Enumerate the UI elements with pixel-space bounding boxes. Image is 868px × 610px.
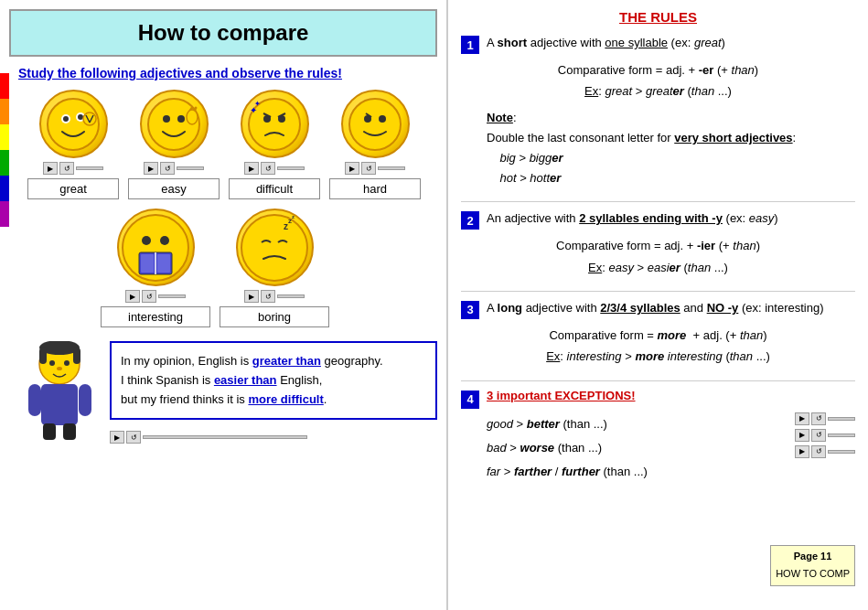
reset-btn-hard[interactable]: ↺ — [361, 162, 376, 175]
adjectives-row-2: ▶ ↺ interesting z — [101, 209, 437, 327]
reset-btn-exc1[interactable]: ↺ — [811, 412, 826, 425]
media-controls-hard: ▶ ↺ — [345, 162, 405, 175]
rule-num-2: 2 — [461, 211, 479, 230]
play-btn-hard[interactable]: ▶ — [345, 162, 359, 175]
reset-btn-easy[interactable]: ↺ — [160, 162, 175, 175]
reset-btn-interesting[interactable]: ↺ — [142, 290, 156, 303]
emoji-interesting — [117, 209, 195, 286]
play-btn-easy[interactable]: ▶ — [144, 162, 158, 175]
speech-line3-link: more difficult — [248, 392, 323, 406]
long-bold: long — [498, 301, 522, 315]
rule-2-compform: Comparative form = adj. + -ier (+ than) — [461, 235, 855, 256]
tooltip-line1: Page 11 — [776, 548, 850, 566]
rule-block-1: 1 A short adjective with one syllable (e… — [461, 34, 855, 188]
svg-text:z: z — [292, 214, 295, 219]
234syllables-underline: 2/3/4 syllables — [600, 301, 680, 315]
svg-point-25 — [160, 236, 169, 245]
exception-controls-2: ▶ ↺ — [795, 429, 855, 442]
speech-line3-post: . — [324, 392, 327, 406]
play-btn-exc3[interactable]: ▶ — [795, 445, 809, 458]
adj-item-easy: ▶ ↺ easy — [128, 90, 220, 199]
page-title: How to compare — [9, 9, 437, 57]
reset-btn-exc2[interactable]: ↺ — [811, 429, 826, 442]
color-tab-green[interactable] — [0, 150, 9, 176]
exceptions-media-controls: ▶ ↺ ▶ ↺ ▶ ↺ — [795, 412, 855, 458]
play-btn-boring[interactable]: ▶ — [244, 290, 259, 303]
easy-italic: easy — [749, 211, 774, 225]
play-btn-exc1[interactable]: ▶ — [795, 412, 809, 425]
svg-rect-45 — [63, 423, 76, 440]
adj-item-great: ▶ ↺ great — [27, 90, 119, 199]
svg-point-7 — [163, 115, 170, 123]
rule-3-ex: Ex: interesting > more interesting (than… — [461, 346, 855, 367]
person-illustration — [18, 341, 101, 442]
great-italic: great — [694, 36, 722, 49]
tooltip-line2: HOW TO COMP — [776, 565, 850, 583]
media-controls-difficult: ▶ ↺ — [244, 162, 305, 175]
emoji-great — [39, 90, 108, 158]
media-bar-exc2 — [828, 433, 855, 437]
adj-item-boring: z z z ▶ ↺ boring — [220, 209, 329, 327]
study-instruction[interactable]: Study the following adjectives and obser… — [18, 66, 437, 80]
svg-point-19 — [349, 99, 401, 150]
rule-2-text: An adjective with 2 syllables ending wit… — [487, 209, 778, 229]
media-controls-easy: ▶ ↺ — [144, 162, 204, 175]
play-btn-exc2[interactable]: ▶ — [795, 429, 809, 442]
exception-controls-1: ▶ ↺ — [795, 412, 855, 425]
color-tab-orange[interactable] — [0, 99, 9, 124]
media-bar-easy — [177, 166, 204, 170]
play-btn-interesting[interactable]: ▶ — [125, 290, 140, 303]
speech-line1-link: greater than — [252, 354, 321, 368]
reset-btn-great[interactable]: ↺ — [59, 162, 74, 175]
color-tab-yellow[interactable] — [0, 124, 9, 150]
svg-point-5 — [83, 112, 96, 125]
speech-line1-post: geography. — [321, 354, 383, 368]
media-bar-exc3 — [828, 450, 855, 454]
color-tab-blue[interactable] — [0, 176, 9, 201]
no-y-underline: NO -y — [707, 301, 739, 315]
speech-box: In my opinion, English is greater than g… — [110, 341, 437, 420]
rule-3-text: A long adjective with 2/3/4 syllables an… — [487, 299, 824, 318]
rule-4-title: 3 important EXCEPTIONS! — [487, 389, 636, 402]
media-controls-boring: ▶ ↺ — [244, 290, 305, 303]
adj-item-hard: ▶ ↺ hard — [329, 90, 421, 199]
play-btn-great[interactable]: ▶ — [43, 162, 58, 175]
reset-btn-exc3[interactable]: ↺ — [811, 445, 826, 458]
exception-far: far > farther / further (than ...) — [487, 460, 648, 484]
adj-label-hard: hard — [329, 178, 421, 199]
rule-1-ex: Ex: great > greater (than ...) — [461, 80, 855, 102]
play-btn-speech[interactable]: ▶ — [110, 431, 124, 444]
reset-btn-speech[interactable]: ↺ — [126, 431, 141, 444]
color-tab-red[interactable] — [0, 73, 9, 99]
speech-line2-link: easier than — [214, 373, 277, 387]
rule-1-compform: Comparative form = adj. + -er (+ than) — [461, 59, 855, 80]
media-bar-interesting — [158, 294, 186, 298]
rule-1-note: Note: Double the last consonant letter f… — [487, 108, 855, 188]
reset-btn-difficult[interactable]: ↺ — [261, 162, 275, 175]
rule-1-text: A short adjective with one syllable (ex:… — [487, 34, 725, 53]
svg-point-21 — [379, 115, 386, 123]
rule-3-compform: Comparative form = more + adj. (+ than) — [461, 325, 855, 346]
speech-line1-pre: In my opinion, English is — [121, 354, 252, 368]
rule-num-1: 1 — [461, 36, 479, 54]
rule-num-4: 4 — [461, 391, 479, 409]
media-bar-speech — [143, 435, 307, 439]
adj-item-difficult: ✦ ✦ ▶ ↺ difficult — [229, 90, 320, 199]
exception-controls-3: ▶ ↺ — [795, 445, 855, 458]
svg-rect-44 — [43, 423, 56, 440]
svg-point-8 — [177, 115, 185, 123]
svg-point-11 — [187, 110, 198, 124]
color-tabs — [0, 73, 9, 227]
adj-item-interesting: ▶ ↺ interesting — [101, 209, 210, 327]
color-tab-purple[interactable] — [0, 201, 9, 227]
rule-num-3: 3 — [461, 301, 479, 319]
play-btn-difficult[interactable]: ▶ — [244, 162, 259, 175]
svg-rect-42 — [28, 384, 41, 416]
rule-3-header: 3 A long adjective with 2/3/4 syllables … — [461, 299, 855, 319]
emoji-boring: z z z — [236, 209, 314, 286]
reset-btn-boring[interactable]: ↺ — [261, 290, 275, 303]
rule-block-3: 3 A long adjective with 2/3/4 syllables … — [461, 299, 855, 368]
svg-point-24 — [142, 236, 151, 245]
speech-line2-pre: I think Spanish is — [121, 373, 214, 387]
media-bar-boring — [277, 294, 305, 298]
